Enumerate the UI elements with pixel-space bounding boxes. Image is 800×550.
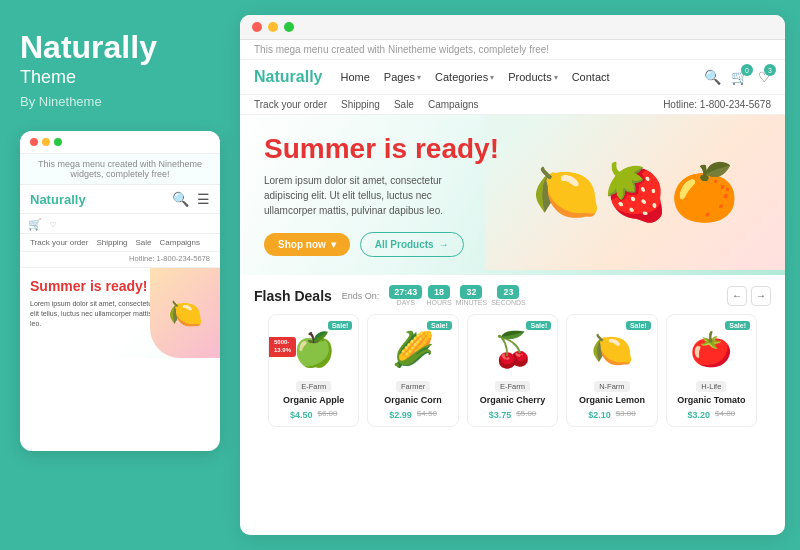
mockup-dot-green — [54, 138, 62, 146]
timer-hours: 18 — [428, 285, 450, 299]
sale-badge: Sale! — [626, 321, 651, 330]
product-name: Organic Tomato — [677, 395, 745, 406]
left-panel: Naturally Theme By Ninetheme This mega m… — [0, 0, 240, 550]
hero-description: Lorem ipsum dolor sit amet, consectetur … — [264, 173, 484, 218]
mockup-search-icon[interactable]: 🔍 — [172, 191, 189, 207]
product-price: $4.50 — [290, 410, 313, 420]
nav-logo: Naturally — [254, 68, 322, 86]
mockup-logo: Naturally — [30, 192, 86, 207]
nav-home[interactable]: Home — [340, 71, 369, 83]
product-name: Organic Cherry — [480, 395, 546, 406]
mockup-top-bar — [20, 131, 220, 154]
search-icon[interactable]: 🔍 — [704, 69, 721, 85]
product-card[interactable]: Sale! 5000- 13.9% 🍏 E-Farm Organic Apple… — [268, 314, 359, 427]
hero-title: Summer is ready! — [264, 133, 499, 165]
product-price: $3.20 — [688, 410, 711, 420]
mockup-dot-yellow — [42, 138, 50, 146]
hero-content: Summer is ready! Lorem ipsum dolor sit a… — [264, 133, 499, 257]
nav-contact[interactable]: Contact — [572, 71, 610, 83]
product-price: $2.10 — [588, 410, 611, 420]
sec-link-campaigns[interactable]: Campaigns — [428, 99, 479, 110]
left-title: Naturally — [20, 30, 220, 65]
mockup-hero-img: 🍋 — [150, 268, 220, 358]
product-card[interactable]: Sale! 🌽 Farmer Organic Corn $2.99 $4.50 — [367, 314, 458, 427]
timer-seconds-unit: 23 SECONDS — [491, 285, 526, 306]
site-notice: This mega menu created with Ninetheme wi… — [240, 40, 785, 60]
mockup-link-shipping[interactable]: Shipping — [96, 238, 127, 247]
browser-dot-green — [284, 22, 294, 32]
mockup-dot-red — [30, 138, 38, 146]
discount-badge: 5000- 13.9% — [269, 337, 296, 357]
left-by: By Ninetheme — [20, 94, 220, 109]
product-brand: E-Farm — [296, 381, 331, 392]
cart-icon[interactable]: 🛒 0 — [731, 69, 748, 85]
flash-deals-title: Flash Deals — [254, 288, 332, 304]
timer-hours-unit: 18 HOURS — [426, 285, 451, 306]
sale-badge: Sale! — [526, 321, 551, 330]
product-price: $3.75 — [489, 410, 512, 420]
product-card[interactable]: Sale! 🍅 H-Life Organic Tomato $3.20 $4.8… — [666, 314, 757, 427]
product-card[interactable]: Sale! 🍋 N-Farm Organic Lemon $2.10 $3.00 — [566, 314, 657, 427]
cart-badge: 0 — [741, 64, 753, 76]
browser-chrome — [240, 15, 785, 40]
chevron-down-icon: ▾ — [331, 239, 336, 250]
mockup-nav-icons: 🔍 ☰ — [172, 191, 210, 207]
timer-hours-label: HOURS — [426, 299, 451, 306]
mockup-links: Track your order Shipping Sale Campaigns — [20, 234, 220, 252]
sec-link-track[interactable]: Track your order — [254, 99, 327, 110]
nav-categories[interactable]: Categories▾ — [435, 71, 494, 83]
ends-on-label: Ends On: — [342, 291, 380, 301]
timer-minutes-unit: 32 MINUTES — [456, 285, 488, 306]
nav-pages[interactable]: Pages▾ — [384, 71, 421, 83]
timer-seconds: 23 — [497, 285, 519, 299]
product-name: Organic Lemon — [579, 395, 645, 406]
product-card[interactable]: Sale! 🍒 E-Farm Organic Cherry $3.75 $5.0… — [467, 314, 558, 427]
product-brand: N-Farm — [594, 381, 629, 392]
mobile-mockup: This mega menu created with Ninetheme wi… — [20, 131, 220, 451]
countdown-timer: 27:43 DAYS 18 HOURS 32 MINUTES 23 SECOND… — [389, 285, 525, 306]
timer-seconds-label: SECONDS — [491, 299, 526, 306]
flash-deals-header: Flash Deals Ends On: 27:43 DAYS 18 HOURS… — [254, 285, 771, 306]
sec-link-sale[interactable]: Sale — [394, 99, 414, 110]
sale-badge: Sale! — [328, 321, 353, 330]
mockup-hotline: Hotline: 1-800-234-5678 — [20, 252, 220, 268]
mockup-nav: Naturally 🔍 ☰ — [20, 185, 220, 214]
mockup-link-track[interactable]: Track your order — [30, 238, 88, 247]
product-old-price: $4.50 — [417, 409, 437, 418]
sec-link-shipping[interactable]: Shipping — [341, 99, 380, 110]
hero-image-area: 🍋🍓🍊 — [485, 115, 785, 270]
wishlist-icon[interactable]: ♡ 3 — [758, 69, 771, 85]
product-old-price: $4.80 — [715, 409, 735, 418]
browser-dot-red — [252, 22, 262, 32]
product-price: $2.99 — [389, 410, 412, 420]
product-name: Organic Corn — [384, 395, 442, 406]
product-brand: E-Farm — [495, 381, 530, 392]
timer-days-label: DAYS — [397, 299, 416, 306]
nav-products[interactable]: Products▾ — [508, 71, 557, 83]
products-row: Sale! 5000- 13.9% 🍏 E-Farm Organic Apple… — [254, 314, 771, 435]
hero-banner: Summer is ready! Lorem ipsum dolor sit a… — [240, 115, 785, 275]
main-nav: Naturally Home Pages▾ Categories▾ Produc… — [240, 60, 785, 95]
mockup-menu-icon[interactable]: ☰ — [197, 191, 210, 207]
mockup-link-campaigns[interactable]: Campaigns — [160, 238, 200, 247]
secondary-links: Track your order Shipping Sale Campaigns — [254, 99, 663, 110]
mockup-icons-row: 🛒 ♡ — [20, 214, 220, 234]
sale-badge: Sale! — [725, 321, 750, 330]
product-old-price: $6.00 — [317, 409, 337, 418]
timer-minutes: 32 — [460, 285, 482, 299]
flash-prev-button[interactable]: ← — [727, 286, 747, 306]
mockup-wishlist-icon[interactable]: ♡ — [50, 221, 56, 229]
product-old-price: $5.00 — [516, 409, 536, 418]
mockup-cart-icon[interactable]: 🛒 — [28, 218, 42, 231]
right-panel: This mega menu created with Ninetheme wi… — [240, 15, 785, 535]
all-products-button[interactable]: All Products → — [360, 232, 464, 257]
flash-nav: ← → — [727, 286, 771, 306]
sale-badge: Sale! — [427, 321, 452, 330]
product-brand: Farmer — [396, 381, 430, 392]
product-old-price: $3.00 — [616, 409, 636, 418]
hotline: Hotline: 1-800-234-5678 — [663, 99, 771, 110]
timer-days-unit: 27:43 DAYS — [389, 285, 422, 306]
mockup-link-sale[interactable]: Sale — [136, 238, 152, 247]
shop-now-button[interactable]: Shop now ▾ — [264, 233, 350, 256]
flash-next-button[interactable]: → — [751, 286, 771, 306]
